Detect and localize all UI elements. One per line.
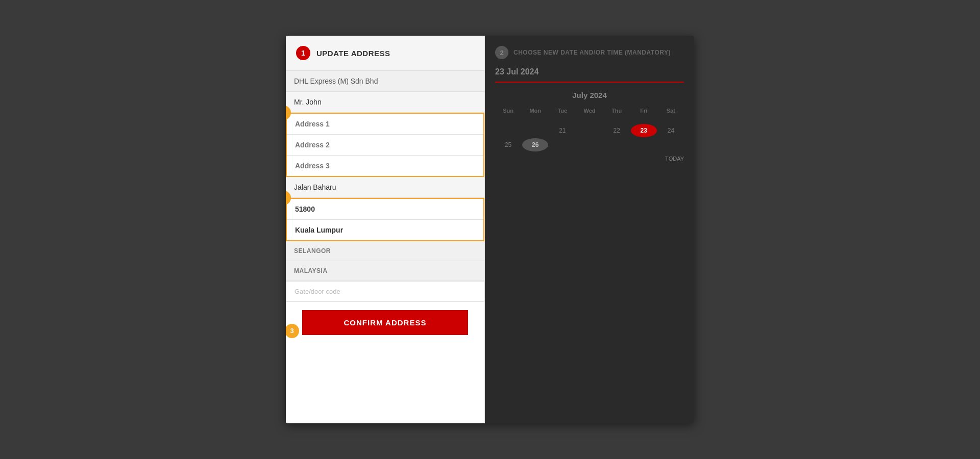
zip-group-wrapper: 2: [286, 198, 484, 241]
cal-empty: [495, 117, 521, 123]
calendar-month: July 2024: [495, 91, 684, 99]
cal-empty: [604, 117, 630, 123]
zip-group: [286, 198, 484, 241]
form-body: DHL Express (M) Sdn Bhd Mr. John 1 Jalan…: [286, 71, 484, 423]
day-wed: Wed: [576, 106, 602, 116]
day-mon: Mon: [522, 106, 548, 116]
confirm-address-button[interactable]: CONFIRM ADDRESS: [302, 310, 468, 335]
day-fri: Fri: [631, 106, 657, 116]
address-group: [286, 113, 484, 177]
panel-title: UPDATE ADDRESS: [316, 49, 390, 58]
main-container: 1 UPDATE ADDRESS DHL Express (M) Sdn Bhd…: [286, 36, 694, 423]
left-panel: 1 UPDATE ADDRESS DHL Express (M) Sdn Bhd…: [286, 36, 485, 423]
address2-input[interactable]: [287, 135, 483, 156]
cal-empty: [631, 138, 657, 151]
today-label: TODAY: [495, 156, 684, 162]
day-sun: Sun: [495, 106, 521, 116]
city-input[interactable]: [287, 220, 483, 240]
step1-badge: 1: [296, 46, 310, 60]
country-field: MALAYSIA: [286, 261, 484, 281]
cal-day-23[interactable]: 23: [631, 124, 657, 137]
cal-empty: [495, 124, 521, 137]
confirm-section: 3 CONFIRM ADDRESS: [286, 310, 484, 351]
cal-day-26[interactable]: 26: [522, 138, 548, 151]
cal-empty: [658, 117, 684, 123]
address-group-wrapper: 1: [286, 113, 484, 177]
right-panel: 2 CHOOSE NEW DATE AND/OR TIME (MANDATORY…: [485, 36, 694, 423]
cal-empty: [604, 138, 630, 151]
state-field: SELANGOR: [286, 241, 484, 261]
selected-date: 23 Jul 2024: [495, 67, 684, 83]
street-field: Jalan Baharu: [286, 177, 484, 198]
cal-empty: [549, 138, 575, 151]
cal-empty: [576, 117, 602, 123]
right-step-header: 2 CHOOSE NEW DATE AND/OR TIME (MANDATORY…: [495, 46, 684, 59]
cal-day-24[interactable]: 24: [658, 124, 684, 137]
day-tue: Tue: [549, 106, 575, 116]
zip-input[interactable]: [287, 199, 483, 220]
address3-input[interactable]: [287, 156, 483, 176]
calendar-grid: Sun Mon Tue Wed Thu Fri Sat 21 22 23 24: [495, 106, 684, 151]
gate-input[interactable]: [286, 281, 484, 302]
right-step-title: CHOOSE NEW DATE AND/OR TIME (MANDATORY): [513, 49, 671, 56]
cal-empty: [576, 124, 602, 137]
cal-empty: [522, 124, 548, 137]
cal-empty: [658, 138, 684, 151]
cal-empty: [631, 117, 657, 123]
cal-empty: [549, 117, 575, 123]
company-field: DHL Express (M) Sdn Bhd: [286, 71, 484, 92]
contact-field: Mr. John: [286, 92, 484, 113]
address1-input[interactable]: [287, 114, 483, 135]
address-fields: [287, 114, 483, 176]
cal-day-22[interactable]: 22: [604, 124, 630, 137]
cal-empty: [522, 117, 548, 123]
day-sat: Sat: [658, 106, 684, 116]
cal-day-25[interactable]: 25: [495, 138, 521, 151]
cal-empty: [576, 138, 602, 151]
panel-header: 1 UPDATE ADDRESS: [286, 36, 484, 71]
day-thu: Thu: [604, 106, 630, 116]
cal-day-21[interactable]: 21: [549, 124, 575, 137]
step2-badge: 2: [495, 46, 508, 59]
